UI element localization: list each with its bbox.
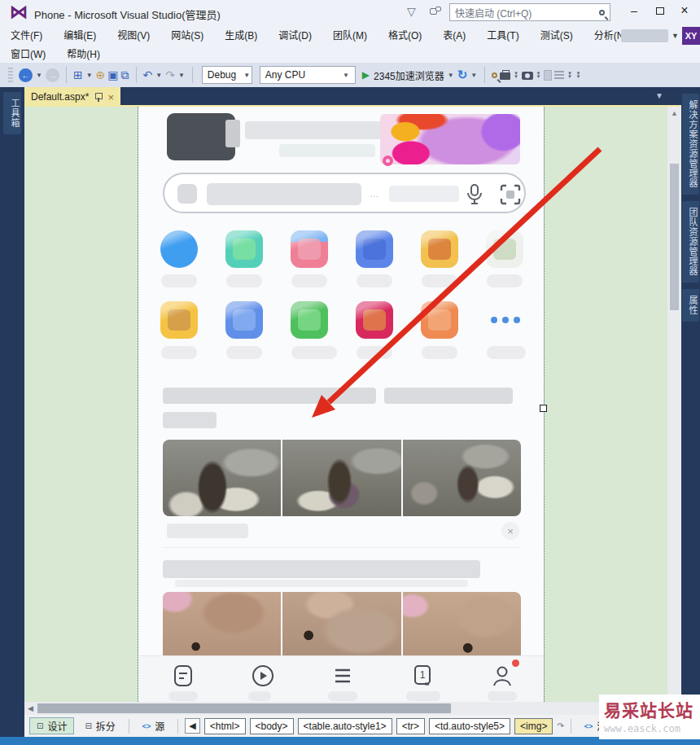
save-all-icon[interactable]: ⧉ [121, 69, 129, 81]
app-icon-faded[interactable] [486, 230, 523, 268]
menu-window[interactable]: 窗口(W) [0, 44, 56, 63]
toolbox-tab[interactable]: 工具箱 [3, 92, 21, 134]
menu-format[interactable]: 格式(O) [378, 25, 432, 44]
team-explorer-tab[interactable]: 团队资源管理器 [682, 201, 699, 283]
maximize-button[interactable] [646, 0, 674, 21]
scrollbar-thumb[interactable] [670, 164, 679, 310]
menu-view[interactable]: 视图(V) [107, 25, 160, 44]
solution-platform-dropdown[interactable]: Any CPU▼ [260, 66, 356, 84]
app-icon-blue[interactable] [356, 230, 393, 268]
find-in-files-icon[interactable] [492, 72, 497, 78]
promo-banner[interactable] [380, 114, 520, 164]
menu-build[interactable]: 生成(B) [214, 25, 268, 44]
menu-debug[interactable]: 调试(D) [268, 25, 322, 44]
phone-screenshot-image[interactable]: … [139, 107, 544, 702]
tag-img-active[interactable]: <img> [514, 718, 553, 734]
menu-file[interactable]: 文件(F) [0, 25, 53, 44]
app-icon-orange[interactable] [421, 301, 458, 339]
redo-dropdown-icon[interactable]: ▼ [177, 72, 186, 79]
back-dropdown-icon[interactable]: ▼ [35, 72, 43, 79]
tag-nav-more-icon[interactable]: ↷ [557, 721, 563, 730]
start-debug-icon[interactable]: ▶ [362, 69, 370, 81]
video-frame-1[interactable] [163, 440, 281, 516]
solution-explorer-tab[interactable]: 解决方案资源管理器 [682, 94, 699, 195]
tag-tr[interactable]: <tr> [396, 718, 425, 734]
search-bar[interactable]: … [163, 173, 526, 213]
app-icon-yellow[interactable] [421, 230, 458, 268]
run-target-label[interactable]: 2345加速浏览器 [374, 68, 444, 82]
toolbar-overflow-icon[interactable]: ▾▾ [537, 72, 540, 78]
feedback-icon[interactable] [430, 7, 441, 16]
menu-team[interactable]: 团队(M) [322, 25, 378, 44]
microphone-icon[interactable] [466, 184, 483, 205]
open-file-icon[interactable]: ⊕ [96, 69, 106, 81]
toolbar-overflow-icon[interactable]: ▾▾ [577, 72, 580, 78]
app-icon-chat[interactable] [225, 230, 263, 268]
app-icon-red[interactable] [356, 301, 393, 339]
tab-list-dropdown-icon[interactable]: ▼ [655, 91, 663, 100]
close-button[interactable]: × [671, 0, 698, 21]
notifications-funnel-icon[interactable]: ▽ [407, 5, 416, 18]
design-horizontal-scrollbar[interactable]: ◀ [24, 702, 681, 715]
nav-menu-icon[interactable] [330, 664, 355, 688]
account-area[interactable]: ▼ XY [621, 27, 700, 45]
video-frame-3[interactable] [403, 592, 521, 662]
properties-tab[interactable]: 属性 [682, 289, 699, 322]
undo-icon[interactable]: ↶ [143, 69, 153, 81]
navigate-back-button[interactable]: ← [19, 68, 33, 82]
video-thumbnails-squirrel[interactable] [163, 592, 521, 662]
design-vertical-scrollbar[interactable]: ▲ [667, 107, 681, 702]
nav-profile-icon[interactable] [490, 664, 514, 688]
refresh-dropdown-icon[interactable]: ▼ [470, 72, 478, 79]
undo-dropdown-icon[interactable]: ▼ [155, 72, 163, 79]
tag-body[interactable]: <body> [250, 718, 294, 734]
table-cell-right[interactable] [544, 107, 667, 702]
video-frame-2[interactable] [282, 592, 400, 662]
split-view-button[interactable]: ⊟ 拆分 [78, 717, 121, 734]
app-icon-green[interactable] [291, 301, 328, 339]
redo-icon[interactable]: ↷ [165, 69, 175, 81]
pin-icon[interactable] [94, 93, 102, 102]
video-frame-1[interactable] [163, 592, 281, 662]
menu-tools[interactable]: 工具(T) [476, 25, 529, 44]
selection-resize-handle[interactable] [540, 405, 547, 412]
more-apps-icon[interactable] [491, 317, 520, 323]
refresh-icon[interactable]: ↻ [457, 68, 468, 82]
source-view-button[interactable]: <> 源 [136, 717, 172, 734]
menu-website[interactable]: 网站(S) [160, 25, 214, 44]
table-cell-left[interactable] [24, 107, 138, 702]
app-icon-browser[interactable] [160, 230, 198, 268]
toolbox-icon[interactable] [500, 72, 510, 80]
minimize-button[interactable]: – [620, 0, 648, 21]
navigate-forward-button[interactable]: → [46, 68, 59, 82]
design-view-button[interactable]: ⊡ 设计 [29, 717, 74, 734]
app-icon-photos[interactable] [291, 230, 328, 268]
toolbar-overflow-icon[interactable]: ▾▾ [568, 72, 571, 78]
nav-tabs-icon[interactable]: 1 [410, 664, 435, 688]
scrollbar-thumb[interactable] [37, 703, 451, 713]
video-frame-2[interactable] [282, 440, 400, 516]
menu-help[interactable]: 帮助(H) [56, 44, 111, 63]
scan-qr-icon[interactable] [500, 184, 521, 205]
screenshot-icon[interactable] [522, 72, 533, 80]
tag-td[interactable]: <td.auto-style5> [429, 718, 510, 734]
menu-test[interactable]: 测试(S) [530, 25, 584, 44]
nav-video-icon[interactable] [251, 664, 275, 688]
document-tab[interactable]: Default.aspx* × [24, 87, 120, 107]
app-icon-blue2[interactable] [225, 301, 263, 339]
toolbar-overflow-icon[interactable]: ▾▾ [514, 72, 518, 78]
menu-table[interactable]: 表(A) [432, 25, 476, 44]
account-avatar[interactable]: XY [682, 27, 700, 45]
nav-feed-icon[interactable] [171, 664, 195, 688]
menu-edit[interactable]: 编辑(E) [53, 25, 107, 44]
tag-html[interactable]: <html> [204, 718, 246, 734]
scroll-up-icon[interactable]: ▲ [667, 107, 681, 117]
run-target-dropdown-icon[interactable]: ▼ [447, 72, 455, 79]
save-icon[interactable]: ▣ [107, 69, 118, 81]
tag-table[interactable]: <table.auto-style1> [298, 718, 392, 734]
new-item-icon[interactable]: ⊞ [73, 69, 83, 81]
tab-close-icon[interactable]: × [107, 91, 114, 103]
app-icon-yellow2[interactable] [160, 301, 198, 339]
video-frame-3[interactable] [403, 440, 521, 516]
new-item-dropdown-icon[interactable]: ▼ [85, 72, 94, 79]
